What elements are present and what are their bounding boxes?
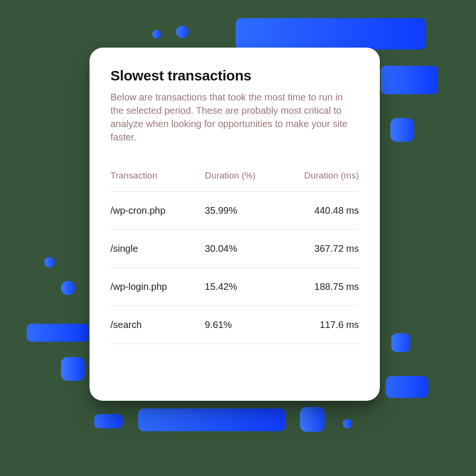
- table-row[interactable]: /single 30.04% 367.72 ms: [110, 230, 359, 268]
- decoration-bar: [138, 408, 286, 431]
- decoration-dot: [61, 357, 85, 381]
- table-row[interactable]: /wp-login.php 15.42% 188.75 ms: [110, 268, 359, 306]
- cell-duration-ms: 440.48 ms: [279, 192, 359, 230]
- decoration-bar: [94, 414, 123, 428]
- slowest-transactions-card: Slowest transactions Below are transacti…: [89, 48, 380, 401]
- decoration-dot: [44, 257, 55, 268]
- decoration-bar: [381, 66, 438, 94]
- table-row[interactable]: /wp-cron.php 35.99% 440.48 ms: [110, 192, 359, 230]
- decoration-dot: [61, 281, 75, 295]
- cell-transaction: /search: [110, 306, 205, 344]
- transactions-table: Transaction Duration (%) Duration (ms) /…: [110, 170, 359, 344]
- cell-duration-pct: 30.04%: [205, 230, 279, 268]
- decoration-dot: [152, 30, 161, 39]
- cell-transaction: /wp-cron.php: [110, 192, 205, 230]
- cell-transaction: /wp-login.php: [110, 268, 205, 306]
- decoration-bar: [386, 376, 428, 398]
- cell-duration-pct: 35.99%: [205, 192, 279, 230]
- decoration-dot: [176, 26, 188, 38]
- decoration-bar: [27, 324, 89, 342]
- decoration-bar: [236, 18, 426, 50]
- decoration-dot: [391, 333, 410, 352]
- cell-duration-pct: 15.42%: [205, 268, 279, 306]
- cell-duration-pct: 9.61%: [205, 306, 279, 344]
- decoration-dot: [300, 407, 325, 432]
- card-description: Below are transactions that took the mos…: [110, 90, 358, 144]
- col-header-duration-pct: Duration (%): [205, 170, 279, 192]
- cell-duration-ms: 117.6 ms: [279, 306, 359, 344]
- decoration-dot: [343, 419, 352, 428]
- table-header-row: Transaction Duration (%) Duration (ms): [110, 170, 359, 192]
- cell-duration-ms: 367.72 ms: [279, 230, 359, 268]
- card-title: Slowest transactions: [110, 68, 359, 84]
- decoration-dot: [390, 118, 414, 142]
- cell-transaction: /single: [110, 230, 205, 268]
- cell-duration-ms: 188.75 ms: [279, 268, 359, 306]
- col-header-duration-ms: Duration (ms): [279, 170, 359, 192]
- table-row[interactable]: /search 9.61% 117.6 ms: [110, 306, 359, 344]
- col-header-transaction: Transaction: [110, 170, 205, 192]
